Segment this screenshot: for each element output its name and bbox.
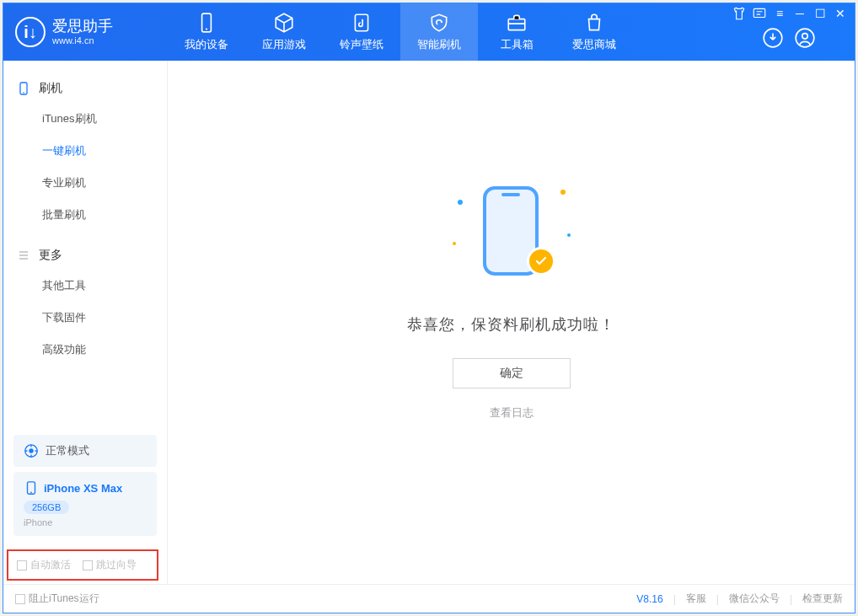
sidebar-item-advanced[interactable]: 高级功能 (3, 334, 167, 366)
tab-store[interactable]: 爱思商城 (555, 3, 633, 61)
bag-icon (583, 12, 605, 34)
svg-point-11 (29, 448, 33, 453)
checkbox-icon (83, 560, 93, 570)
body: 刷机 iTunes刷机 一键刷机 专业刷机 批量刷机 更多 其他工具 下载固件 … (3, 61, 855, 584)
checkbox-icon (17, 560, 27, 570)
list-icon (17, 249, 30, 262)
phone-icon (196, 12, 217, 34)
device-capacity-pill: 256GB (24, 501, 69, 514)
wechat-link[interactable]: 微信公众号 (729, 592, 780, 606)
logo-area: i↓ 爱思助手 www.i4.cn (3, 17, 168, 47)
sidebar-item-other-tools[interactable]: 其他工具 (3, 270, 167, 302)
device-name-box[interactable]: iPhone XS Max 256GB iPhone (13, 472, 157, 536)
app-window: i↓ 爱思助手 www.i4.cn 我的设备 应用游戏 铃声壁纸 智能刷机 (3, 3, 855, 613)
device-type-text: iPhone (24, 517, 147, 528)
device-mode-text: 正常模式 (46, 443, 89, 458)
sidebar-nav: 刷机 iTunes刷机 一键刷机 专业刷机 批量刷机 更多 其他工具 下载固件 … (3, 61, 167, 425)
support-link[interactable]: 客服 (686, 592, 706, 606)
success-message: 恭喜您，保资料刷机成功啦！ (407, 314, 615, 335)
music-file-icon (351, 12, 373, 34)
tab-smart-flash[interactable]: 智能刷机 (400, 3, 478, 61)
mode-icon (24, 443, 39, 458)
app-title: 爱思助手 (52, 19, 113, 35)
refresh-shield-icon (428, 12, 450, 34)
app-logo-icon: i↓ (15, 17, 46, 47)
highlighted-checkbox-row: 自动激活 跳过向导 (7, 549, 158, 581)
device-name-text: iPhone XS Max (44, 482, 122, 495)
sidebar-section-more: 更多 (3, 241, 167, 270)
window-controls: ≡ ─ ☐ ✕ (732, 6, 848, 21)
statusbar-right: V8.16 | 客服 | 微信公众号 | 检查更新 (636, 592, 843, 606)
app-subtitle: www.i4.cn (52, 35, 113, 46)
tab-ringtones-wallpapers[interactable]: 铃声壁纸 (323, 3, 400, 61)
sidebar: 刷机 iTunes刷机 一键刷机 专业刷机 批量刷机 更多 其他工具 下载固件 … (3, 61, 168, 584)
checkbox-skip-guide[interactable]: 跳过向导 (83, 558, 137, 572)
titlebar: i↓ 爱思助手 www.i4.cn 我的设备 应用游戏 铃声壁纸 智能刷机 (3, 3, 855, 61)
success-illustration (453, 174, 571, 292)
svg-point-1 (206, 29, 207, 30)
tab-my-device[interactable]: 我的设备 (168, 3, 245, 61)
tab-apps-games[interactable]: 应用游戏 (245, 3, 323, 61)
version-text: V8.16 (636, 593, 662, 605)
top-tabs: 我的设备 应用游戏 铃声壁纸 智能刷机 工具箱 爱思商城 (168, 3, 633, 61)
minimize-icon[interactable]: ─ (792, 6, 807, 21)
phone-small-icon (24, 480, 39, 495)
svg-point-9 (23, 92, 24, 94)
sidebar-item-itunes-flash[interactable]: iTunes刷机 (3, 103, 167, 135)
briefcase-icon (506, 12, 528, 34)
menu-icon[interactable]: ≡ (772, 6, 787, 21)
maximize-icon[interactable]: ☐ (812, 6, 828, 21)
shirt-icon[interactable] (732, 6, 747, 21)
device-icon (17, 82, 30, 95)
logo-text: 爱思助手 www.i4.cn (52, 19, 113, 46)
checkbox-icon (15, 594, 25, 604)
checkbox-prevent-itunes[interactable]: 阻止iTunes运行 (15, 592, 99, 606)
close-icon[interactable]: ✕ (833, 6, 848, 21)
tab-toolbox[interactable]: 工具箱 (478, 3, 555, 61)
ok-button[interactable]: 确定 (453, 358, 571, 388)
feedback-icon[interactable] (752, 6, 767, 21)
device-info-area: 正常模式 iPhone XS Max 256GB iPhone (3, 425, 167, 546)
checkbox-auto-activate[interactable]: 自动激活 (17, 558, 71, 572)
sidebar-item-oneclick-flash[interactable]: 一键刷机 (3, 135, 167, 167)
sidebar-item-batch-flash[interactable]: 批量刷机 (3, 199, 167, 231)
svg-point-6 (802, 34, 808, 40)
view-log-link[interactable]: 查看日志 (490, 405, 534, 420)
sidebar-item-download-firmware[interactable]: 下载固件 (3, 302, 167, 334)
download-circle-icon[interactable] (762, 27, 784, 49)
svg-rect-2 (355, 14, 367, 31)
svg-rect-7 (753, 8, 765, 17)
svg-point-13 (30, 492, 32, 494)
main-content: 恭喜您，保资料刷机成功啦！ 确定 查看日志 (168, 61, 855, 584)
sidebar-item-pro-flash[interactable]: 专业刷机 (3, 167, 167, 199)
user-circle-icon[interactable] (794, 27, 816, 49)
statusbar: 阻止iTunes运行 V8.16 | 客服 | 微信公众号 | 检查更新 (3, 584, 855, 613)
check-update-link[interactable]: 检查更新 (802, 592, 843, 606)
titlebar-right-icons (762, 27, 816, 49)
check-badge-icon (527, 247, 555, 276)
svg-point-5 (796, 29, 814, 47)
device-mode-box[interactable]: 正常模式 (13, 435, 157, 467)
sidebar-section-flash: 刷机 (3, 74, 167, 103)
svg-rect-3 (508, 19, 525, 30)
cube-icon (273, 12, 295, 34)
